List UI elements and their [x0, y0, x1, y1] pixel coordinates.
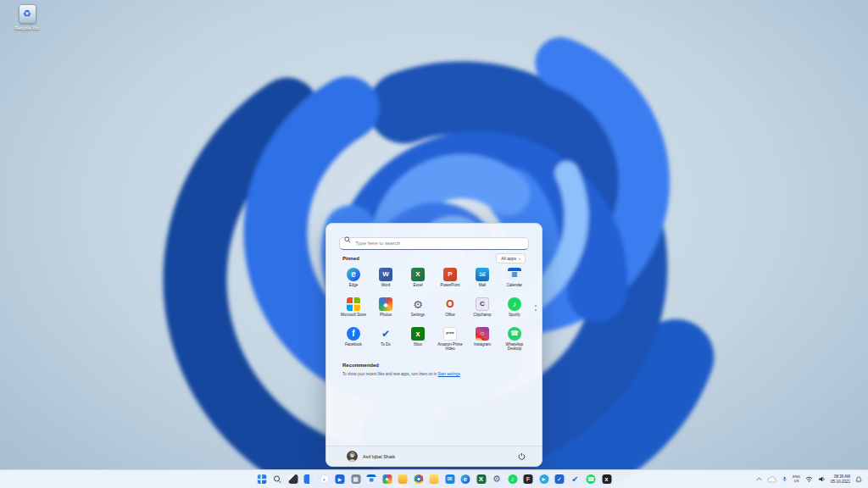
recycle-bin-shortcut[interactable]: ♻ Recycle Bin	[7, 4, 47, 30]
taskbar-chat-button[interactable]: ◗	[319, 474, 331, 485]
microphone-icon	[782, 476, 787, 482]
pinned-app-to-do[interactable]: ✔ To Do	[370, 327, 402, 357]
movies-tv-icon: ▶	[336, 474, 345, 484]
tray-time: 08:36 AM	[834, 474, 850, 479]
widgets-icon	[304, 474, 314, 484]
pinned-app-label: WhatsApp Desktop	[499, 342, 530, 352]
photos-icon: ◆	[382, 474, 392, 484]
whatsapp-icon: ☎	[587, 474, 596, 484]
wifi-icon	[805, 476, 813, 482]
pinned-app-label: Calendar	[507, 283, 522, 287]
pinned-app-mail[interactable]: ✉ Mail	[466, 268, 498, 297]
clock[interactable]: 08:36 AM 05-10-2021	[831, 474, 850, 485]
calendar-icon: ▦	[508, 268, 521, 281]
recommended-hint-text: To show your recent files and new apps, …	[342, 372, 526, 376]
taskbar-check-button[interactable]: ✔	[570, 474, 581, 485]
pinned-app-powerpoint[interactable]: P PowerPoint	[434, 268, 466, 297]
pinned-app-microsoft-store[interactable]: Microsoft Store	[337, 297, 370, 327]
file-explorer-icon	[398, 474, 408, 484]
user-avatar[interactable]	[347, 451, 358, 462]
chevron-up-icon	[756, 477, 762, 481]
taskbar-xbox-button[interactable]: x	[601, 474, 613, 485]
mic-tray-button[interactable]	[782, 476, 787, 482]
recommended-section-label: Recommended	[342, 363, 526, 368]
pinned-app-label: Instagram	[474, 342, 491, 347]
pinned-app-photos[interactable]: ◆ Photos	[370, 297, 402, 327]
mail-icon: ✉	[476, 268, 489, 281]
photos-icon: ◆	[379, 297, 392, 311]
pinned-app-calendar[interactable]: ▦ Calendar	[498, 268, 531, 297]
pinned-app-facebook[interactable]: f Facebook	[337, 327, 370, 357]
taskbar-mail-button[interactable]: ✉	[444, 474, 456, 485]
pinned-app-edge[interactable]: e Edge	[337, 268, 370, 297]
calculator-icon: ▦	[351, 474, 360, 484]
taskbar-widgets-button[interactable]	[303, 474, 314, 485]
user-name[interactable]: Asif Iqbal Shaik	[363, 454, 395, 459]
taskbar-excel-button[interactable]: X	[476, 474, 487, 485]
pinned-app-label: Xbox	[414, 342, 422, 347]
notifications-button[interactable]	[855, 476, 862, 483]
start-settings-link[interactable]: Start settings	[438, 372, 460, 376]
taskbar-file-explorer-button[interactable]	[397, 474, 409, 485]
taskbar-to-do-app-button[interactable]: ✓	[554, 474, 565, 485]
pinned-app-word[interactable]: W Word	[370, 268, 402, 297]
microsoft-store-icon	[347, 297, 360, 311]
amazon-prime-video-icon: prime	[443, 327, 457, 341]
task-view-icon	[288, 474, 298, 484]
taskbar-spotify-button[interactable]: ♪	[507, 474, 519, 485]
pinned-app-label: Spotify	[509, 313, 520, 317]
pinned-app-clipchamp[interactable]: C Clipchamp	[466, 297, 498, 327]
edge-icon: e	[461, 474, 470, 484]
onedrive-tray-button[interactable]	[767, 476, 776, 483]
pinned-app-spotify[interactable]: ♪ Spotify	[498, 297, 531, 327]
taskbar-task-view-button[interactable]	[287, 474, 299, 485]
pinned-app-amazon-prime-video[interactable]: prime Amazon Prime Video	[434, 327, 466, 357]
powerpoint-icon: P	[443, 268, 457, 281]
taskbar-calendar-button[interactable]: ▦	[365, 474, 377, 485]
pinned-app-label: Microsoft Store	[341, 313, 366, 317]
search-icon	[344, 236, 351, 243]
taskbar-photos-button[interactable]: ◆	[381, 474, 393, 485]
all-apps-button[interactable]: All apps ›	[496, 253, 526, 263]
network-button[interactable]	[805, 476, 813, 482]
taskbar-sticky-notes-button[interactable]	[428, 474, 440, 485]
taskbar-movies-tv-button[interactable]: ▶	[334, 474, 346, 485]
pinned-app-label: Office	[445, 313, 455, 317]
taskbar-telegram-button[interactable]: ▸	[538, 474, 550, 485]
pinned-app-label: Clipchamp	[473, 313, 491, 317]
taskbar-calculator-button[interactable]: ▦	[350, 474, 362, 485]
taskbar-files-button[interactable]: F	[522, 474, 534, 485]
hidden-icons-button[interactable]	[756, 477, 762, 481]
taskbar-start-button[interactable]	[256, 474, 268, 485]
to-do-icon: ✔	[379, 327, 392, 341]
power-button[interactable]	[516, 452, 526, 462]
pinned-app-label: Photos	[380, 313, 392, 317]
pinned-section-label: Pinned	[342, 256, 359, 261]
language-switcher[interactable]: ENG US	[793, 475, 800, 484]
pinned-app-xbox[interactable]: x Xbox	[402, 327, 434, 357]
power-icon	[518, 452, 526, 460]
pinned-app-label: Amazon Prime Video	[435, 342, 465, 352]
taskbar-settings-button[interactable]: ⚙	[491, 474, 503, 485]
pinned-app-label: Excel	[413, 283, 422, 287]
taskbar-edge-button[interactable]: e	[459, 474, 471, 485]
pinned-app-settings[interactable]: ⚙ Settings	[402, 297, 434, 327]
start-menu-footer: Asif Iqbal Shaik	[326, 446, 542, 466]
volume-button[interactable]	[818, 476, 826, 482]
taskbar-chrome-button[interactable]	[413, 474, 425, 485]
pinned-app-excel[interactable]: X Excel	[402, 268, 434, 297]
pinned-app-office[interactable]: O Office	[434, 297, 466, 327]
system-tray: ENG US 08:36 AM 05-10-2021	[756, 470, 862, 488]
cloud-icon	[767, 476, 776, 483]
pinned-scrollbar[interactable]	[535, 305, 537, 311]
search-input[interactable]	[339, 237, 529, 250]
pinned-app-instagram[interactable]: ○ Instagram	[466, 327, 498, 357]
recycle-bin-label: Recycle Bin	[7, 25, 47, 30]
search-icon	[273, 474, 282, 484]
pinned-app-whatsapp-desktop[interactable]: ☎ WhatsApp Desktop	[498, 327, 531, 357]
taskbar-search-button[interactable]	[271, 474, 283, 485]
taskbar-whatsapp-button[interactable]: ☎	[585, 474, 597, 485]
calendar-icon: ▦	[367, 474, 376, 484]
pinned-app-label: Word	[381, 283, 391, 287]
pinned-app-label: To Do	[381, 342, 391, 347]
